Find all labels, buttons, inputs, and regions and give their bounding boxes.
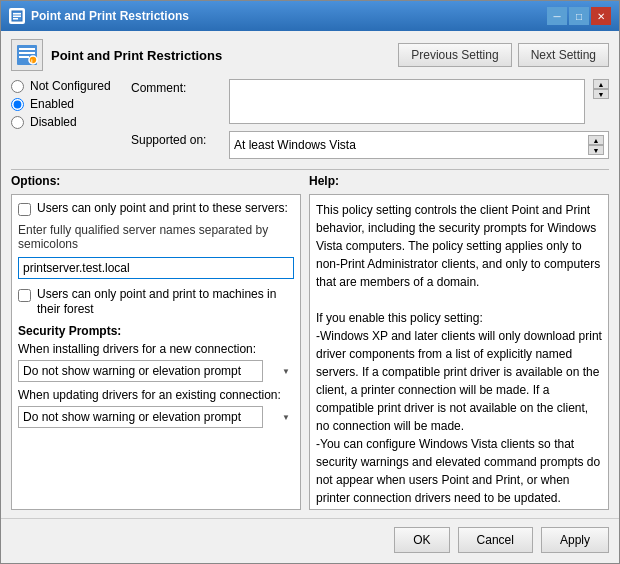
- minimize-button[interactable]: ─: [547, 7, 567, 25]
- svg-rect-6: [19, 52, 35, 54]
- help-text: This policy setting controls the client …: [316, 201, 602, 510]
- checkbox-servers[interactable]: [18, 203, 31, 216]
- update-connection-dropdown-arrow: ▼: [282, 412, 290, 421]
- svg-rect-1: [13, 13, 21, 15]
- disabled-radio[interactable]: Disabled: [11, 115, 121, 129]
- checkbox-forest-row: Users can only point and print to machin…: [18, 287, 294, 318]
- svg-rect-5: [19, 48, 35, 50]
- checkbox-forest-label: Users can only point and print to machin…: [37, 287, 294, 318]
- section-divider: [11, 169, 609, 170]
- enabled-input[interactable]: [11, 98, 24, 111]
- new-connection-label: When installing drivers for a new connec…: [18, 342, 294, 356]
- main-content: Options: Users can only point and print …: [11, 174, 609, 510]
- svg-rect-3: [13, 18, 18, 20]
- bottom-bar: OK Cancel Apply: [1, 518, 619, 563]
- title-bar: Point and Print Restrictions ─ □ ✕: [1, 1, 619, 31]
- top-bar-left: i Point and Print Restrictions: [11, 39, 222, 71]
- update-connection-dropdown-wrapper: Do not show warning or elevation promptS…: [18, 406, 294, 428]
- server-name-input[interactable]: printserver.test.local: [18, 257, 294, 279]
- title-bar-controls: ─ □ ✕: [547, 7, 611, 25]
- scroll-down-arrow[interactable]: ▼: [593, 89, 609, 99]
- comment-label: Comment:: [131, 79, 221, 95]
- top-bar: i Point and Print Restrictions Previous …: [11, 39, 609, 71]
- security-prompts-label: Security Prompts:: [18, 324, 294, 338]
- update-connection-label: When updating drivers for an existing co…: [18, 388, 294, 402]
- next-setting-button[interactable]: Next Setting: [518, 43, 609, 67]
- supported-scrollbar[interactable]: ▲ ▼: [588, 135, 604, 155]
- scroll-up-arrow[interactable]: ▲: [593, 79, 609, 89]
- help-scroll-area[interactable]: This policy setting controls the client …: [309, 194, 609, 510]
- enabled-radio[interactable]: Enabled: [11, 97, 121, 111]
- supported-scroll-down[interactable]: ▼: [588, 145, 604, 155]
- ok-button[interactable]: OK: [394, 527, 449, 553]
- apply-button[interactable]: Apply: [541, 527, 609, 553]
- input-instructions: Enter fully qualified server names separ…: [18, 223, 294, 251]
- supported-label: Supported on:: [131, 131, 221, 147]
- title-bar-title: Point and Print Restrictions: [31, 9, 189, 23]
- comment-row: Comment: ▲ ▼: [131, 79, 609, 127]
- new-connection-dropdown[interactable]: Do not show warning or elevation promptS…: [18, 360, 263, 382]
- help-panel: Help: This policy setting controls the c…: [309, 174, 609, 510]
- close-button[interactable]: ✕: [591, 7, 611, 25]
- checkbox-forest[interactable]: [18, 289, 31, 302]
- window-icon: [9, 8, 25, 24]
- checkbox-servers-row: Users can only point and print to these …: [18, 201, 294, 217]
- supported-value-box: At least Windows Vista ▲ ▼: [229, 131, 609, 159]
- options-scroll-area[interactable]: Users can only point and print to these …: [11, 194, 301, 510]
- new-connection-dropdown-arrow: ▼: [282, 366, 290, 375]
- svg-rect-7: [19, 56, 29, 58]
- cancel-button[interactable]: Cancel: [458, 527, 533, 553]
- new-connection-dropdown-wrapper: Do not show warning or elevation promptS…: [18, 360, 294, 382]
- maximize-button[interactable]: □: [569, 7, 589, 25]
- svg-rect-2: [13, 16, 21, 18]
- supported-row: Supported on: At least Windows Vista ▲ ▼: [131, 131, 609, 159]
- main-window: Point and Print Restrictions ─ □ ✕ i: [0, 0, 620, 564]
- help-title: Help:: [309, 174, 609, 188]
- not-configured-radio[interactable]: Not Configured: [11, 79, 121, 93]
- options-title: Options:: [11, 174, 301, 188]
- not-configured-input[interactable]: [11, 80, 24, 93]
- radio-section: Not Configured Enabled Disabled: [11, 79, 121, 153]
- dialog-title: Point and Print Restrictions: [51, 48, 222, 63]
- comment-scrollbar[interactable]: ▲ ▼: [593, 79, 609, 99]
- policy-icon: i: [11, 39, 43, 71]
- comment-textarea[interactable]: [229, 79, 585, 124]
- checkbox-servers-label: Users can only point and print to these …: [37, 201, 288, 217]
- dialog-body: i Point and Print Restrictions Previous …: [1, 31, 619, 518]
- supported-scroll-up[interactable]: ▲: [588, 135, 604, 145]
- supported-value: At least Windows Vista: [234, 138, 356, 152]
- disabled-input[interactable]: [11, 116, 24, 129]
- options-panel: Options: Users can only point and print …: [11, 174, 301, 510]
- title-bar-left: Point and Print Restrictions: [9, 8, 189, 24]
- prev-setting-button[interactable]: Previous Setting: [398, 43, 511, 67]
- update-connection-dropdown[interactable]: Do not show warning or elevation promptS…: [18, 406, 263, 428]
- nav-buttons: Previous Setting Next Setting: [398, 43, 609, 67]
